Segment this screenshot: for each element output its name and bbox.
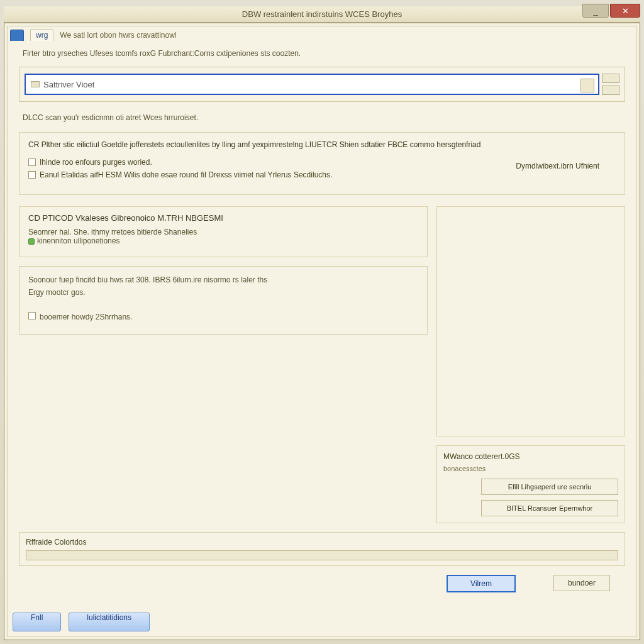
options-header: CR Plther stic eilictiul Goetdle joffens… — [28, 140, 616, 149]
intro-text: Firter btro yrseches Ufeses tcomfs roxG … — [23, 49, 625, 58]
outer-frame: wrg We sati lort obon hwrs cravattinowl … — [4, 23, 640, 640]
app-icon — [10, 30, 24, 41]
tool-button-2[interactable] — [602, 86, 619, 95]
window-titlebar: DBW restrainlent indirstuins WCES Broyhe… — [4, 6, 640, 23]
progress-panel: Rffraide Colortdos — [19, 532, 625, 566]
progress-label: Rffraide Colortdos — [26, 538, 618, 547]
checkbox-opt1[interactable] — [28, 158, 36, 166]
options-panel-1: CR Plther stic eilictiul Goetdle joffens… — [19, 132, 625, 195]
note-line1: Soonour fuep fincitd biu hws rat 308. IB… — [28, 275, 418, 284]
note-line3: booemer howdy 2Shrrhans. — [40, 313, 132, 321]
progress-bar — [26, 550, 618, 560]
bottom-button-1[interactable]: Fnll — [13, 613, 61, 631]
document-icon — [31, 81, 40, 87]
note-checkbox[interactable] — [28, 312, 36, 319]
opt-right-label: Dymdlwibext.ibrn Ufhient — [516, 162, 599, 170]
bottom-button-2[interactable]: luliclatitidions — [69, 613, 150, 631]
opt2-label: Eanul Etalidas aifH ESM Wilis dohe esae … — [40, 170, 332, 179]
tab-description: We sati lort obon hwrs cravattinowl — [60, 31, 176, 40]
secondary-panel-header: CD PTICOD Vkaleses Gibreonoico M.TRH NBG… — [28, 213, 418, 223]
action-button-2[interactable]: BITEL Rcansuer Epernwhor — [481, 500, 618, 516]
action-sub: bonacessctes — [443, 465, 618, 472]
action-button-1[interactable]: Efill Lihgseperd ure secnriu — [481, 479, 618, 495]
status-icon — [28, 238, 35, 245]
dialog-body: wrg We sati lort obon hwrs cravattinowl … — [7, 26, 637, 637]
action-header: MWanco cotterert.0GS — [443, 452, 618, 461]
checkbox-opt2[interactable] — [28, 171, 36, 179]
note-line2: Ergy mootcr gos. — [28, 288, 418, 297]
secondary-panel: CD PTICOD Vkaleses Gibreonoico M.TRH NBG… — [19, 206, 428, 257]
secondary-button[interactable]: bundoer — [553, 575, 610, 591]
right-spacer — [436, 206, 625, 436]
post-combo-note: DLCC scan you'r esdicnmn oti atret Wces … — [23, 113, 625, 122]
tab-main[interactable]: wrg — [30, 29, 53, 41]
secondary-line2: kinenniton ulliponetiones — [37, 236, 119, 245]
tool-button-1[interactable] — [602, 74, 619, 83]
opt1-label: Ihinde roo enfours purges woried. — [40, 158, 152, 167]
close-button[interactable]: ✕ — [610, 4, 640, 18]
source-combo[interactable]: Sattriver Vioet — [25, 74, 599, 95]
primary-button[interactable]: Vilrem — [447, 575, 516, 592]
window-title: DBW restrainlent indirstuins WCES Broyhe… — [242, 9, 402, 19]
minimize-button[interactable]: _ — [582, 4, 609, 18]
source-combo-value: Sattriver Vioet — [43, 80, 94, 89]
notes-panel: Soonour fuep fincitd biu hws rat 308. IB… — [19, 266, 428, 335]
action-panel: MWanco cotterert.0GS bonacessctes Efill … — [436, 445, 625, 523]
source-selector-panel: Sattriver Vioet — [19, 67, 625, 102]
secondary-line1: Seomrer hal. She. ithmy rretoes bitierde… — [28, 228, 418, 236]
